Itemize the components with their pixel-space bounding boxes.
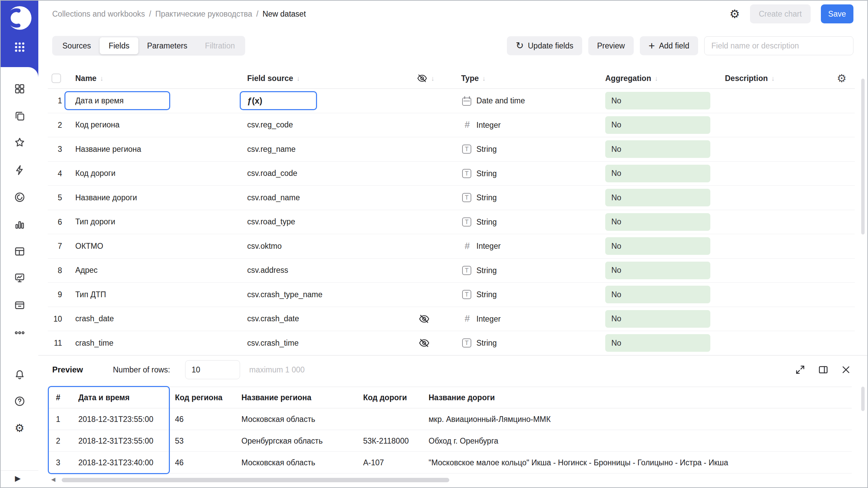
- field-search-input[interactable]: [704, 36, 853, 55]
- field-source-box[interactable]: csv.road_type: [240, 212, 317, 231]
- aggregation-badge[interactable]: No: [605, 310, 710, 328]
- scroll-left-icon[interactable]: [51, 476, 55, 483]
- field-source-box[interactable]: csv.road_code: [240, 164, 317, 183]
- table-settings-icon[interactable]: [837, 72, 847, 85]
- aggregation-badge[interactable]: No: [605, 189, 710, 206]
- aggregation-badge[interactable]: No: [605, 140, 710, 158]
- field-name-box[interactable]: Тип дороги: [64, 212, 170, 231]
- column-header-source[interactable]: Field source: [247, 74, 300, 83]
- expand-play-icon[interactable]: [15, 474, 21, 483]
- field-source-box[interactable]: csv.oktmo: [240, 237, 317, 256]
- fields-scrollbar[interactable]: [861, 79, 865, 235]
- row-hidden-icon[interactable]: [418, 289, 430, 300]
- breadcrumb-collections[interactable]: Collections and workbooks: [52, 9, 145, 19]
- row-hidden-icon[interactable]: [418, 119, 430, 131]
- aggregation-badge[interactable]: No: [605, 92, 710, 109]
- row-hidden-icon[interactable]: [418, 216, 430, 228]
- field-name-box[interactable]: Название региона: [64, 140, 170, 159]
- chart-icon[interactable]: [14, 219, 25, 230]
- row-hidden-icon[interactable]: [418, 168, 430, 179]
- field-row[interactable]: 4 Код дороги csv.road_code T String No: [48, 162, 855, 186]
- field-row[interactable]: 9 Тип ДТП csv.crash_type_name T String N…: [48, 283, 855, 307]
- bell-icon[interactable]: [14, 369, 25, 381]
- aggregation-badge[interactable]: No: [605, 165, 710, 182]
- collections-icon[interactable]: [14, 110, 25, 122]
- add-field-button[interactable]: Add field: [640, 36, 698, 55]
- row-hidden-icon[interactable]: [418, 143, 430, 155]
- aggregation-badge[interactable]: No: [605, 262, 710, 279]
- field-row[interactable]: 8 Адрес csv.address T String No: [48, 259, 855, 283]
- preview-button[interactable]: Preview: [588, 36, 634, 55]
- create-chart-button[interactable]: Create chart: [750, 4, 811, 23]
- select-all-checkbox[interactable]: [52, 74, 61, 83]
- rows-count-input[interactable]: [185, 360, 240, 379]
- aggregation-badge[interactable]: No: [605, 213, 710, 231]
- field-row[interactable]: 3 Название региона csv.reg_name T String…: [48, 137, 855, 162]
- field-source-box[interactable]: csv.address: [240, 261, 317, 280]
- field-row[interactable]: 2 Код региона csv.reg_code # Integer No: [48, 113, 855, 138]
- column-header-type[interactable]: Type: [461, 74, 486, 83]
- apps-grid-icon[interactable]: [14, 41, 26, 53]
- row-hidden-icon[interactable]: [418, 265, 430, 276]
- field-name-box[interactable]: Код региона: [64, 116, 170, 135]
- tab-sources[interactable]: Sources: [54, 37, 100, 54]
- tab-fields[interactable]: Fields: [100, 37, 138, 54]
- column-header-description[interactable]: Description: [725, 74, 775, 83]
- field-source-box[interactable]: ƒ(x): [240, 91, 317, 110]
- type-label[interactable]: String: [476, 145, 497, 154]
- type-label[interactable]: Integer: [476, 242, 501, 251]
- field-row[interactable]: 1 Дата и время ƒ(x) Date and time No: [48, 89, 855, 113]
- editor-icon[interactable]: [14, 191, 25, 203]
- update-fields-button[interactable]: Update fields: [507, 36, 582, 55]
- field-row[interactable]: 7 ОКТМО csv.oktmo # Integer No: [48, 234, 855, 259]
- type-label[interactable]: String: [476, 169, 497, 178]
- type-label[interactable]: String: [476, 339, 497, 348]
- storage-icon[interactable]: [14, 299, 25, 311]
- aggregation-badge[interactable]: No: [605, 237, 710, 255]
- field-name-box[interactable]: Код дороги: [64, 164, 170, 183]
- row-hidden-icon[interactable]: [418, 192, 430, 203]
- settings-icon[interactable]: [14, 422, 25, 434]
- column-header-hidden[interactable]: [417, 73, 434, 84]
- aggregation-badge[interactable]: No: [605, 286, 710, 303]
- aggregation-badge[interactable]: No: [605, 116, 710, 134]
- field-name-box[interactable]: ОКТМО: [64, 237, 170, 256]
- help-icon[interactable]: [14, 395, 25, 407]
- field-row[interactable]: 10 crash_date csv.crash_date # Integer N…: [48, 307, 855, 331]
- field-name-box[interactable]: crash_time: [64, 333, 170, 352]
- field-source-box[interactable]: csv.crash_type_name: [240, 285, 317, 304]
- row-hidden-icon[interactable]: [418, 95, 430, 106]
- field-source-box[interactable]: csv.reg_name: [240, 140, 317, 159]
- row-hidden-icon[interactable]: [418, 240, 430, 252]
- star-icon[interactable]: [14, 137, 25, 148]
- connections-icon[interactable]: [14, 164, 25, 176]
- table-icon[interactable]: [14, 246, 25, 257]
- type-label[interactable]: String: [476, 193, 497, 202]
- type-label[interactable]: Integer: [476, 120, 501, 129]
- tab-parameters[interactable]: Parameters: [138, 37, 196, 54]
- field-name-box[interactable]: Дата и время: [64, 91, 170, 110]
- type-label[interactable]: Date and time: [476, 96, 525, 105]
- column-header-aggregation[interactable]: Aggregation: [605, 74, 658, 83]
- column-header-name[interactable]: Name: [75, 74, 103, 83]
- field-row[interactable]: 6 Тип дороги csv.road_type T String No: [48, 210, 855, 235]
- field-row[interactable]: 11 crash_time csv.crash_time T String No: [48, 331, 855, 354]
- dataset-settings-icon[interactable]: [730, 7, 740, 21]
- datalens-logo[interactable]: [7, 5, 33, 31]
- preview-scrollbar[interactable]: [861, 387, 865, 411]
- row-hidden-icon[interactable]: [418, 313, 430, 325]
- aggregation-badge[interactable]: No: [605, 334, 710, 352]
- dock-preview-icon[interactable]: [816, 363, 830, 377]
- field-name-box[interactable]: Тип ДТП: [64, 285, 170, 304]
- squares-icon[interactable]: [14, 83, 25, 95]
- field-name-box[interactable]: Название дороги: [64, 188, 170, 207]
- expand-preview-icon[interactable]: [793, 363, 807, 377]
- field-source-box[interactable]: csv.reg_code: [240, 116, 317, 135]
- row-hidden-icon[interactable]: [418, 337, 430, 349]
- monitor-icon[interactable]: [14, 272, 25, 284]
- horizontal-scrollbar[interactable]: [62, 478, 449, 482]
- field-row[interactable]: 5 Название дороги csv.road_name T String…: [48, 186, 855, 210]
- type-label[interactable]: Integer: [476, 314, 501, 323]
- field-source-box[interactable]: csv.crash_time: [240, 333, 317, 352]
- field-source-box[interactable]: csv.road_name: [240, 188, 317, 207]
